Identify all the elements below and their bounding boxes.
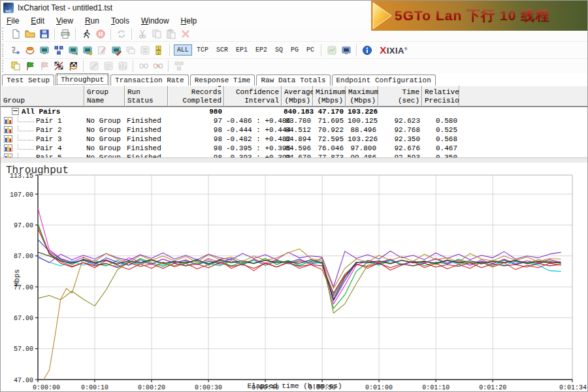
abort-run-flag-icon (38, 60, 51, 72)
menu-help[interactable]: Help (175, 16, 203, 26)
tab-transaction-rate[interactable]: Transaction Rate (110, 74, 189, 86)
filter-all-button[interactable]: ALL (174, 44, 192, 56)
chart-plot: 113.15107.0097.0087.0077.0067.0057.0047.… (1, 163, 588, 392)
menu-window[interactable]: Window (135, 16, 175, 26)
open-folder-icon[interactable] (24, 28, 37, 40)
copy-icon (150, 28, 163, 40)
filter-ep2-button[interactable]: EP2 (252, 44, 270, 56)
toolbar-grip[interactable] (2, 60, 6, 72)
edit-run-options-icon (88, 60, 101, 72)
add-multimedia-pair-icon[interactable] (81, 44, 94, 56)
column-header[interactable]: Run Status (125, 86, 168, 106)
info-icon[interactable] (361, 44, 374, 56)
refresh-icon (115, 28, 128, 40)
start-run-flag-icon[interactable] (24, 60, 37, 72)
menu-edit[interactable]: Edit (25, 16, 50, 26)
table-cell: 980 (168, 107, 224, 116)
add-hardware-pair-icon[interactable] (38, 44, 51, 56)
ixchariot-window: IxC IxChariot Test - untitled1.tst FileE… (0, 0, 588, 392)
table-cell: 0.350 (422, 153, 459, 157)
table-cell: 88.496 (346, 125, 378, 135)
tab-throughput[interactable]: Throughput (56, 73, 109, 86)
add-endpoint-pair-icon[interactable] (9, 44, 22, 56)
save-icon[interactable] (38, 28, 51, 40)
run-test-icon[interactable] (80, 28, 93, 40)
filter-pc-button[interactable]: PC (303, 44, 318, 56)
table-cell: 92.676 (378, 144, 422, 153)
table-cell (422, 107, 459, 116)
table-cell: Finished (125, 144, 168, 153)
table-cell (125, 107, 168, 116)
table-cell: 84.512 (282, 125, 313, 135)
collapse-toggle-icon[interactable] (12, 108, 19, 115)
filter-tcp-button[interactable]: TCP (193, 44, 212, 56)
column-header[interactable]: Timing Records Completed (168, 86, 224, 106)
finish-flag-icon[interactable] (67, 60, 80, 72)
column-header[interactable]: Measured Time (sec) (378, 86, 422, 106)
pair-wizard-icon[interactable] (110, 44, 123, 56)
chart-tick-label: 67.00 (14, 315, 33, 322)
table-cell: 97 (168, 116, 224, 125)
chart-tick-label: 87.00 (14, 253, 33, 260)
console-icon[interactable] (340, 44, 353, 56)
add-multicast-group-icon[interactable] (52, 44, 65, 56)
table-row-pair-1[interactable]: Pair 1No GroupFinished97-0.486 : +0.4868… (1, 116, 588, 125)
chart-tick-label: Mbps (13, 269, 21, 286)
tab-raw-data-totals[interactable]: Raw Data Totals (256, 74, 330, 86)
filter-sq-button[interactable]: SQ (272, 44, 286, 56)
filter-pg-button[interactable]: PG (287, 44, 302, 56)
column-header[interactable]: Maximum (Mbps) (346, 86, 378, 106)
clear-results-flags-icon[interactable] (52, 60, 65, 72)
watermark-text: 5GTo Lan 下行 10 线程 (395, 7, 549, 25)
group-cell: Pair 5 (1, 153, 84, 157)
group-cell: Pair 1 (1, 116, 84, 125)
table-row-pair-3[interactable]: Pair 3No GroupFinished98-0.482 : +0.4828… (1, 135, 588, 144)
toolbar-separator (356, 44, 357, 56)
stop-test-icon (94, 28, 107, 40)
menu-file[interactable]: File (1, 16, 25, 26)
column-header[interactable]: Pair Group Name (84, 86, 125, 106)
table-row-pair-5[interactable]: Pair 5No GroupFinished98-0.393 : +0.3938… (1, 153, 588, 157)
copy-pair-icon[interactable] (9, 60, 22, 72)
toolbar-grip[interactable] (2, 27, 6, 39)
table-cell: 84.894 (282, 135, 313, 144)
tab-response-time[interactable]: Response Time (190, 74, 255, 86)
delete-icon (179, 28, 192, 40)
table-cell: 76.046 (313, 144, 346, 153)
replicate-pair-icon (124, 44, 137, 56)
table-cell: Finished (125, 116, 168, 125)
column-header[interactable]: Average (Mbps) (282, 86, 313, 106)
series-line-pair-8 (44, 249, 561, 380)
tree-connector (18, 125, 34, 131)
print-icon[interactable] (59, 28, 72, 40)
table-row-pair-4[interactable]: Pair 4No GroupFinished98-0.395 : +0.3958… (1, 144, 588, 153)
table-cell: 84.596 (282, 144, 313, 153)
column-header[interactable]: 95% Confidence Interval (224, 86, 282, 106)
pair-label: Pair 1 (36, 117, 62, 125)
tab-test-setup[interactable]: Test Setup (2, 74, 54, 86)
toolbar-separator (83, 60, 84, 72)
add-voip-pair-icon[interactable] (24, 44, 37, 56)
column-header[interactable]: Minimum (Mbps) (313, 86, 346, 106)
table-cell: No Group (84, 153, 125, 157)
edit-datagram-icon (102, 60, 115, 72)
new-document-icon[interactable] (9, 28, 22, 40)
table-row-all-pairs[interactable]: All Pairs980840.18347.170103.226 (1, 107, 588, 116)
edit-pair-icon (95, 44, 108, 56)
filter-ep1-button[interactable]: EP1 (233, 44, 251, 56)
table-cell: 103.226 (346, 107, 378, 116)
column-header[interactable]: Relative Precision (422, 86, 459, 106)
table-cell: 99.486 (346, 153, 378, 157)
column-header[interactable]: Group (1, 86, 84, 106)
menu-view[interactable]: View (50, 16, 79, 26)
filter-scr-button[interactable]: SCR (213, 44, 231, 56)
table-row-pair-2[interactable]: Pair 2No GroupFinished98-0.444 : +0.4448… (1, 125, 588, 135)
renumber-pairs-icon[interactable]: 12 (153, 44, 166, 56)
add-video-pair-icon[interactable] (67, 44, 80, 56)
menu-run[interactable]: Run (79, 16, 105, 26)
menu-tools[interactable]: Tools (105, 16, 135, 26)
tab-endpoint-configuration[interactable]: Endpoint Configuration (332, 74, 436, 86)
table-cell: 70.922 (313, 125, 346, 135)
table-cell: 92.768 (378, 125, 422, 135)
toolbar-grip[interactable] (2, 44, 6, 57)
